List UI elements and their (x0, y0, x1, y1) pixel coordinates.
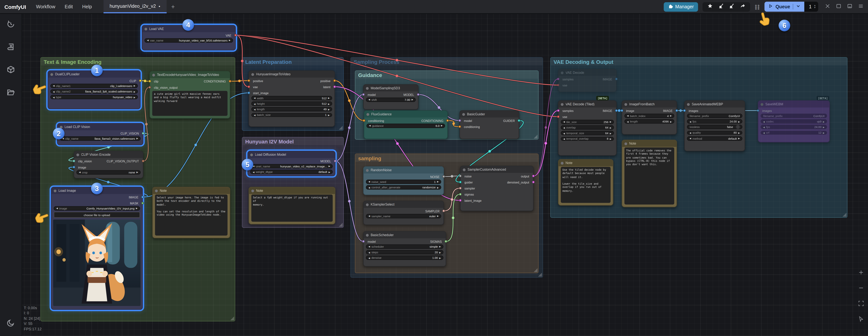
collapse-dot[interactable] (251, 73, 254, 76)
node-note_dtype[interactable]: NoteSelect a fp8 weight_dtype if you are… (248, 187, 335, 224)
workflows-icon[interactable] (7, 88, 15, 99)
output-dot-SAMPLER[interactable] (442, 209, 445, 212)
decrement-arrow-icon[interactable]: ◀ (563, 120, 565, 123)
output-dot-output[interactable] (532, 175, 535, 177)
collapse-dot[interactable] (561, 71, 563, 74)
increment-arrow-icon[interactable]: ▶ (610, 120, 612, 123)
increment-arrow-icon[interactable]: ▶ (738, 120, 740, 123)
input-dot-conditioning[interactable] (363, 119, 366, 122)
node-vae_decode[interactable]: VAE DecodesamplesIMAGEvae (558, 69, 617, 92)
collapse-dot[interactable] (366, 87, 369, 90)
increment-arrow-icon[interactable]: ▶ (411, 99, 413, 101)
theme-moon-icon[interactable] (7, 319, 15, 329)
widget-crop[interactable]: ◀cropnone▶ (76, 170, 141, 174)
group-title[interactable]: VAE Decoding & Output (551, 58, 847, 65)
widget-unet_name[interactable]: ◀unet_namehunyuan_video_v2_replace_image… (250, 164, 333, 168)
decrement-arrow-icon[interactable]: ◀ (368, 251, 370, 254)
widget-length[interactable]: ◀length49▶ (251, 107, 332, 112)
node-titlebar[interactable]: HunyuanImageToVideo (249, 71, 334, 78)
decrement-arrow-icon[interactable]: ◀ (368, 215, 370, 218)
node-titlebar[interactable]: FluxGuidance (364, 111, 447, 117)
collapse-dot[interactable] (463, 168, 466, 171)
input-dot-positive[interactable] (248, 79, 250, 82)
increment-arrow-icon[interactable]: ▶ (328, 102, 330, 105)
input-dot-vae[interactable] (557, 84, 560, 86)
decrement-arrow-icon[interactable]: ◀ (79, 171, 81, 174)
input-dot-sigmas[interactable] (459, 193, 462, 196)
decrement-arrow-icon[interactable]: ◀ (627, 120, 628, 123)
group-title[interactable]: Hunyuan I2V Model (243, 137, 343, 145)
increment-arrow-icon[interactable]: ▶ (441, 124, 443, 127)
input-dot-model[interactable] (459, 119, 461, 122)
output-dot-IMAGE[interactable] (141, 196, 144, 198)
output-dot-IMAGE[interactable] (615, 78, 618, 80)
widget-crf[interactable]: ◀crf12▶ (761, 131, 827, 135)
widget-length[interactable]: ◀length4096▶ (624, 119, 674, 124)
decrement-arrow-icon[interactable]: ◀ (254, 102, 255, 105)
widget-temporal_overlap[interactable]: ◀temporal_overlap8▶ (561, 137, 614, 141)
decrement-arrow-icon[interactable]: ◀ (53, 96, 55, 99)
node-save_webm[interactable]: [BETA]SaveWEBMimagesfilename_prefixComfy… (758, 100, 830, 142)
node-note_tiled[interactable]: NoteUse the tiled decode node by default… (558, 159, 614, 206)
widget-width[interactable]: ◀width512▶ (251, 96, 332, 100)
widget-overlap[interactable]: ◀overlap64▶ (561, 125, 614, 130)
increment-arrow-icon[interactable]: ▶ (439, 245, 441, 248)
node-sampler_custom_advanced[interactable]: SamplerCustomAdvancednoiseoutputguiderde… (460, 166, 534, 211)
collapse-dot[interactable] (624, 142, 627, 145)
decrement-arrow-icon[interactable]: ◀ (689, 137, 691, 140)
decrement-arrow-icon[interactable]: ◀ (53, 90, 55, 93)
node-titlebar[interactable]: VAE Decode (Tiled) (559, 101, 616, 107)
node-titlebar[interactable]: TextEncodeHunyuanVideo_ImageToVideo (150, 72, 230, 78)
workflow-tab[interactable]: hunyuanVideo_i2v_v2 ● (103, 0, 166, 13)
widget-codec[interactable]: ◀codecvp9▶ (761, 119, 827, 124)
collapse-dot[interactable] (367, 113, 369, 116)
output-dot-MODEL[interactable] (334, 160, 336, 162)
collapse-dot[interactable] (152, 74, 155, 76)
widget-steps[interactable]: ◀steps20▶ (366, 250, 443, 254)
output-dot-latent[interactable] (333, 85, 336, 88)
widget-quality[interactable]: ◀quality80▶ (687, 131, 742, 135)
panel-icon[interactable] (836, 3, 841, 10)
node-titlebar[interactable]: Note (249, 187, 335, 194)
output-dot-MASK[interactable] (141, 202, 144, 204)
widget-guidance[interactable]: ◀guidance6.0▶ (367, 124, 445, 128)
increment-arrow-icon[interactable]: ▶ (328, 96, 330, 100)
input-dot-latent_image[interactable] (459, 199, 462, 202)
text-area[interactable]: Select your image here. The image is fed… (155, 195, 227, 235)
group-title[interactable]: Guidance (355, 71, 538, 79)
node-titlebar[interactable]: VAE Decode (559, 69, 616, 76)
text-area[interactable]: The official code removes the first 4 fr… (624, 147, 674, 204)
input-dot-clip[interactable] (148, 80, 151, 83)
collapse-dot[interactable] (155, 189, 158, 192)
node-random_noise[interactable]: RandomNoiseNOISE◀noise_seed1▶◀control_af… (363, 166, 444, 195)
group-title[interactable]: Sampling Process (351, 58, 542, 65)
close-icon[interactable] (825, 3, 830, 10)
node-library-icon[interactable] (7, 43, 15, 53)
collapse-dot[interactable] (50, 73, 53, 76)
input-dot-noise[interactable] (459, 175, 462, 177)
text-area[interactable]: a cute anime girl with massive fennec ea… (152, 91, 227, 116)
node-text_encode_hunyuan[interactable]: TextEncodeHunyuanVideo_ImageToVideoclipC… (150, 71, 230, 119)
decrement-arrow-icon[interactable]: ◀ (763, 126, 765, 129)
collapse-dot[interactable] (366, 169, 369, 172)
widget-batch_index[interactable]: ◀batch_index4▶ (624, 114, 674, 118)
widget-denoise[interactable]: ◀denoise1.00▶ (366, 256, 443, 260)
decrement-arrow-icon[interactable]: ◀ (147, 39, 149, 42)
output-dot-CLIP_VISION[interactable] (142, 132, 145, 135)
output-dot-NOISE[interactable] (442, 175, 445, 178)
model-library-icon[interactable] (7, 65, 15, 76)
decrement-arrow-icon[interactable]: ◀ (563, 132, 565, 135)
queue-button[interactable]: Queue (764, 2, 804, 12)
decrement-arrow-icon[interactable]: ◀ (368, 245, 370, 248)
node-model_sampling_sd3[interactable]: ModelSamplingSD3modelMODEL◀shift7.00▶ (363, 84, 418, 110)
output-dot-VAE[interactable] (234, 34, 237, 37)
node-titlebar[interactable]: Load Diffusion Model (248, 151, 335, 158)
decrement-arrow-icon[interactable]: ◀ (53, 84, 55, 87)
node-hunyuan_image_to_video[interactable]: HunyuanImageToVideopositivepositivevaela… (248, 71, 335, 127)
collapse-dot[interactable] (76, 153, 79, 156)
input-dot-start_image[interactable] (248, 91, 250, 94)
decrement-arrow-icon[interactable]: ◀ (368, 180, 370, 183)
node-titlebar[interactable]: Load CLIP Vision (58, 124, 143, 130)
decrement-arrow-icon[interactable]: ◀ (563, 126, 565, 129)
increment-arrow-icon[interactable]: ▶ (328, 114, 330, 116)
